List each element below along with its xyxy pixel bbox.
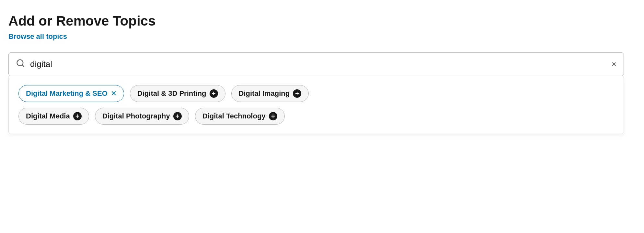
topic-chip-digital-imaging[interactable]: Digital Imaging + [231,85,309,102]
topic-label: Digital Media [26,112,70,120]
topic-label: Digital Imaging [239,89,290,98]
search-box: × [8,52,624,76]
topic-chip-digital-media[interactable]: Digital Media + [18,108,89,125]
page-title: Add or Remove Topics [8,13,636,29]
search-icon [16,59,25,70]
add-topic-icon: + [210,89,218,98]
search-container: × Digital Marketing & SEO ✕ Digital & 3D… [8,52,624,134]
topic-chip-digital-marketing-seo[interactable]: Digital Marketing & SEO ✕ [18,85,124,102]
add-topic-icon: + [173,112,182,120]
clear-search-button[interactable]: × [612,59,616,69]
topic-label: Digital Marketing & SEO [26,89,108,98]
topics-results: Digital Marketing & SEO ✕ Digital & 3D P… [8,76,624,134]
topic-chip-digital-technology[interactable]: Digital Technology + [195,108,285,125]
browse-all-topics-link[interactable]: Browse all topics [8,32,67,41]
topic-label: Digital Photography [102,112,170,120]
add-topic-icon: + [293,89,301,98]
topic-chip-digital-photography[interactable]: Digital Photography + [95,108,189,125]
topic-label: Digital & 3D Printing [137,89,206,98]
add-topic-icon: + [73,112,82,120]
topics-row-1: Digital Marketing & SEO ✕ Digital & 3D P… [18,85,614,102]
add-topic-icon: + [269,112,277,120]
topic-chip-digital-3d-printing[interactable]: Digital & 3D Printing + [130,85,225,102]
topics-row-2: Digital Media + Digital Photography + Di… [18,108,614,125]
svg-line-1 [22,65,24,67]
search-input[interactable] [30,59,612,69]
remove-topic-icon: ✕ [111,89,117,98]
topic-label: Digital Technology [202,112,266,120]
